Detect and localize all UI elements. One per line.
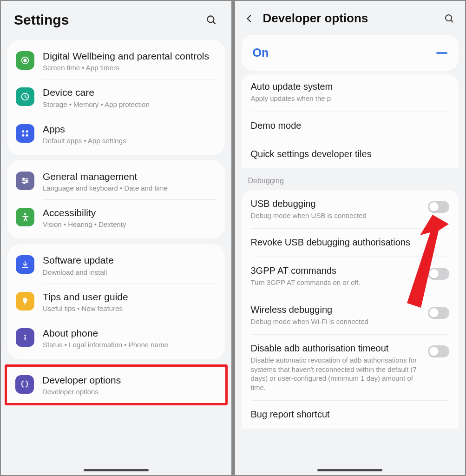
svg-line-20 [451,20,453,22]
row-title: About phone [43,327,217,339]
row-subtitle: Vision • Hearing • Dexterity [43,220,217,228]
row-title: Software update [43,254,217,266]
svg-point-0 [207,16,214,22]
developer-options-highlight: Developer options Developer options [5,364,228,405]
item-title: Bug report shortcut [251,409,450,420]
settings-row-software-update[interactable]: Software updateDownload and install [7,247,225,283]
row-title: Developer options [42,374,218,386]
devicecare-icon [16,87,34,106]
wellbeing-icon [16,51,34,70]
item-title: Quick settings developer tiles [251,148,450,160]
master-toggle-row[interactable]: On [242,35,459,71]
svg-point-14 [24,182,25,183]
item-title: Revoke USB debugging authorisations [251,237,450,248]
option-row-disable-adb-authorisation-timeout[interactable]: Disable adb authorisation timeoutDisable… [242,334,459,400]
toggle-switch[interactable] [428,201,449,213]
row-subtitle: Screen time • App timers [43,64,217,72]
home-indicator[interactable] [317,469,382,471]
settings-row-device-care[interactable]: Device careStorage • Memory • App protec… [7,79,225,115]
option-row-bug-report-shortcut[interactable]: Bug report shortcut [242,400,459,429]
settings-row-about-phone[interactable]: About phoneStatus • Legal information • … [7,320,225,356]
svg-line-1 [213,21,215,24]
row-subtitle: Status • Legal information • Phone name [43,341,217,349]
update-icon [16,255,34,274]
svg-point-17 [24,335,26,336]
settings-group: Software updateDownload and installTips … [7,244,225,359]
home-indicator[interactable] [84,469,149,471]
item-subtitle: Debug mode when Wi-Fi is connected [251,317,422,326]
svg-point-19 [446,15,452,21]
row-subtitle: Language and keyboard • Date and time [43,184,217,192]
settings-screen: Settings Digital Wellbeing and parental … [0,0,232,476]
row-title: Apps [43,123,217,135]
page-title: Settings [14,12,69,28]
chevron-left-icon [244,13,255,24]
item-title: Demo mode [251,120,450,132]
about-icon [16,328,34,347]
settings-row-tips-and-user-guide[interactable]: Tips and user guideUseful tips • New fea… [7,284,225,320]
braces-icon [15,375,34,394]
accessibility-icon [16,208,34,226]
row-subtitle: Useful tips • New features [43,304,217,312]
pre-debug-list: Auto update systemApply updates when the… [242,74,459,168]
row-subtitle: Developer options [42,388,218,396]
row-title: Digital Wellbeing and parental controls [43,50,217,62]
apps-icon [16,124,34,143]
row-subtitle: Default apps • App settings [43,137,217,145]
svg-rect-16 [24,304,26,304]
item-title: Wireless debugging [251,304,422,316]
item-subtitle: Turn 3GPP AT commands on or off. [251,278,422,287]
row-title: Tips and user guide [43,291,217,303]
search-button[interactable] [444,13,455,24]
option-row-quick-settings-developer-tiles[interactable]: Quick settings developer tiles [242,140,459,168]
search-button[interactable] [204,13,218,27]
item-title: Auto update system [251,81,450,93]
tips-icon [16,292,34,311]
option-row-usb-debugging[interactable]: USB debuggingDebug mode when USB is conn… [242,190,459,229]
developer-options-header: Developer options [235,1,466,32]
option-row-revoke-usb-debugging-authorisations[interactable]: Revoke USB debugging authorisations [242,228,459,257]
sliders-icon [16,172,34,190]
search-icon [444,13,455,24]
settings-row-accessibility[interactable]: AccessibilityVision • Hearing • Dexterit… [7,199,225,236]
option-row-3gpp-at-commands[interactable]: 3GPP AT commandsTurn 3GPP AT commands on… [242,257,459,296]
option-row-auto-update-system[interactable]: Auto update systemApply updates when the… [242,74,459,112]
svg-point-15 [24,213,26,215]
settings-row-general-management[interactable]: General managementLanguage and keyboard … [7,163,225,199]
svg-point-7 [22,134,24,136]
item-title: 3GPP AT commands [251,265,422,277]
search-icon [205,14,217,26]
svg-point-3 [24,59,26,62]
toggle-switch[interactable] [428,268,449,280]
toggle-on-indicator [436,52,447,54]
back-button[interactable] [244,13,255,24]
master-toggle-label: On [253,46,269,60]
settings-group: General managementLanguage and keyboard … [7,160,225,239]
item-title: USB debugging [251,198,422,210]
settings-row-digital-wellbeing-and-parental-controls[interactable]: Digital Wellbeing and parental controlsS… [7,43,225,79]
svg-point-13 [26,180,27,181]
item-subtitle: Disable automatic revocation of adb auth… [251,356,422,392]
row-subtitle: Download and install [43,268,217,276]
section-header-debugging: Debugging [235,168,466,190]
option-row-demo-mode[interactable]: Demo mode [242,112,459,140]
option-row-wireless-debugging[interactable]: Wireless debuggingDebug mode when Wi-Fi … [242,296,459,335]
svg-point-12 [23,178,24,179]
page-title: Developer options [263,11,436,26]
item-title: Disable adb authorisation timeout [251,343,422,354]
svg-point-8 [26,134,28,136]
svg-rect-18 [25,337,26,340]
toggle-switch[interactable] [428,345,449,357]
svg-point-6 [26,130,28,132]
row-title: Accessibility [43,207,217,219]
debug-list: USB debuggingDebug mode when USB is conn… [242,190,459,429]
row-subtitle: Storage • Memory • App protection [43,100,217,108]
svg-point-5 [22,130,24,132]
row-title: Device care [43,86,217,99]
developer-options-screen: Developer options On Auto update systemA… [234,0,466,476]
settings-row-apps[interactable]: AppsDefault apps • App settings [7,116,225,152]
item-subtitle: Debug mode when USB is connected [251,211,422,220]
settings-row-developer-options[interactable]: Developer options Developer options [7,367,225,403]
settings-group: Digital Wellbeing and parental controlsS… [7,40,225,155]
toggle-switch[interactable] [428,307,449,319]
